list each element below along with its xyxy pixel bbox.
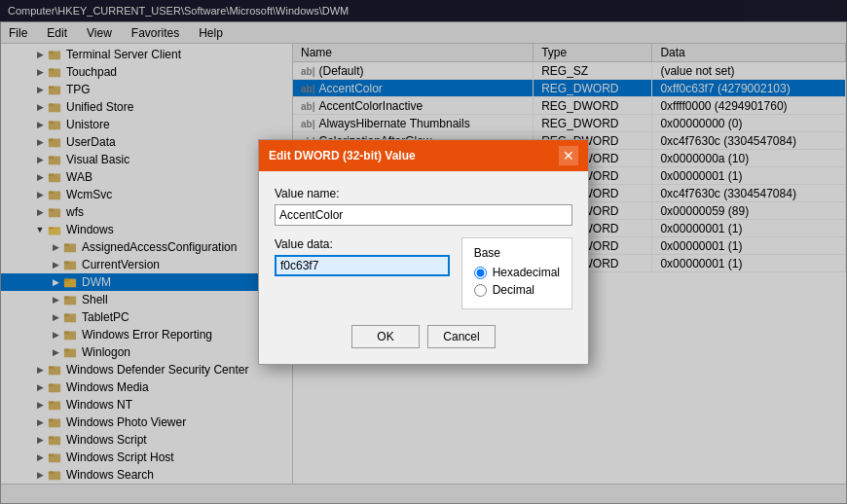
cancel-button[interactable]: Cancel: [427, 325, 496, 348]
dialog-data-row: Value data: Base Hexadecimal Decimal: [275, 237, 572, 309]
dialog-body: Value name: Value data: Base Hexadecimal: [259, 171, 588, 364]
dialog-buttons: OK Cancel: [275, 325, 572, 348]
radio-dec-input[interactable]: [474, 284, 487, 297]
radio-hexadecimal[interactable]: Hexadecimal: [474, 266, 560, 279]
radio-dec-label: Decimal: [493, 283, 534, 297]
value-data-field: Value data:: [275, 237, 450, 309]
modal-overlay: Edit DWORD (32-bit) Value ✕ Value name: …: [0, 0, 847, 504]
value-name-label: Value name:: [275, 187, 572, 200]
value-name-input[interactable]: [275, 204, 572, 226]
radio-decimal[interactable]: Decimal: [474, 283, 560, 297]
dialog-title: Edit DWORD (32-bit) Value: [269, 149, 416, 162]
dialog-titlebar: Edit DWORD (32-bit) Value ✕: [259, 140, 588, 171]
radio-hex-input[interactable]: [474, 267, 487, 279]
dialog-close-button[interactable]: ✕: [559, 146, 578, 165]
value-data-input[interactable]: [275, 255, 450, 276]
value-data-label: Value data:: [275, 237, 450, 251]
base-title: Base: [474, 246, 560, 260]
ok-button[interactable]: OK: [351, 325, 420, 348]
radio-hex-label: Hexadecimal: [493, 266, 560, 279]
edit-dword-dialog: Edit DWORD (32-bit) Value ✕ Value name: …: [258, 139, 589, 365]
base-group: Base Hexadecimal Decimal: [461, 237, 572, 309]
